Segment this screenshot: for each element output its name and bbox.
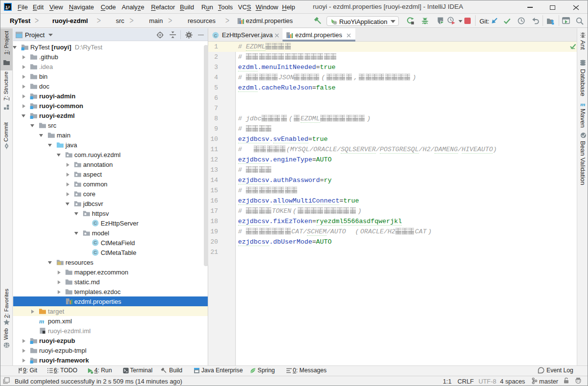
svg-text:C: C — [94, 240, 97, 245]
svg-text:IJ: IJ — [5, 5, 10, 9]
svg-text:C: C — [214, 33, 218, 38]
svg-text:m: m — [580, 101, 586, 106]
svg-text:C: C — [94, 220, 97, 226]
svg-text:m: m — [39, 318, 44, 325]
svg-text:C: C — [94, 250, 97, 255]
